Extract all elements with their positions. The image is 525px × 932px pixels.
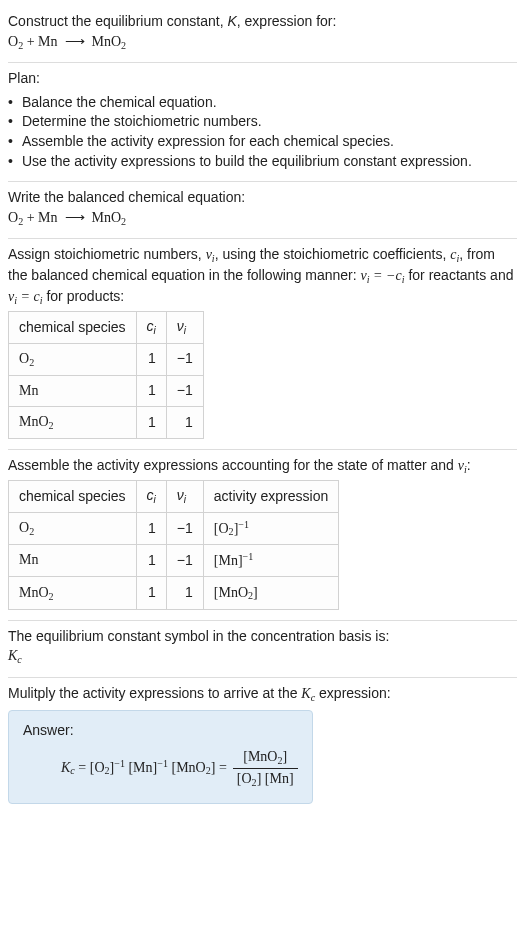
O2-sub: 2	[105, 766, 110, 777]
assign-text: for reactants and	[405, 267, 514, 283]
act-sup: −1	[238, 519, 249, 530]
plan-label: Plan:	[8, 69, 517, 89]
intro-text: Construct the equilibrium constant,	[8, 13, 227, 29]
balanced-block: Write the balanced chemical equation: O2…	[8, 182, 517, 238]
table-row: Mn 1 −1 [Mn]−1	[9, 545, 339, 577]
ci-sub: i	[154, 494, 156, 505]
answer-label: Answer:	[23, 721, 298, 741]
Mn-sup: −1	[157, 758, 168, 769]
col-species: chemical species	[9, 481, 137, 513]
rhs-MnO2-sub: 2	[121, 215, 126, 226]
table-row: MnO2 1 1	[9, 407, 204, 439]
eq-O2: = [O	[75, 760, 105, 775]
K: K	[61, 760, 70, 775]
bullet-icon: •	[8, 132, 22, 152]
act-sup: −1	[243, 551, 254, 562]
lhs-plus-Mn: + Mn	[23, 210, 61, 225]
col-ci: ci	[136, 312, 166, 344]
plan-item-text: Assemble the activity expression for eac…	[22, 132, 394, 152]
den-mid: ] [Mn]	[257, 771, 294, 786]
table-row: O2 1 −1 [O2]−1	[9, 513, 339, 545]
act-pre: [MnO	[214, 585, 248, 600]
rhs-MnO2: MnO	[88, 34, 121, 49]
cell-nui: 1	[166, 407, 203, 439]
cell-species: O2	[9, 513, 137, 545]
kc-symbol: Kc	[8, 646, 517, 667]
rule-products: νi = ci	[8, 289, 43, 304]
K: K	[301, 686, 310, 701]
sp: Mn	[19, 383, 38, 398]
K-sub: c	[17, 654, 21, 665]
sp: Mn	[19, 552, 38, 567]
act-pre: [O	[214, 521, 229, 536]
activity-table: chemical species ci νi activity expressi…	[8, 480, 339, 609]
sp: MnO	[19, 414, 49, 429]
kc-expression: Kc = [O2]−1 [Mn]−1 [MnO2] = [MnO2] [O2] …	[23, 747, 298, 789]
intro-K: K	[227, 13, 236, 29]
cell-activity: [O2]−1	[203, 513, 338, 545]
kc-lhs: Kc = [O2]−1 [Mn]−1 [MnO2] =	[61, 757, 227, 778]
bullet-icon: •	[8, 93, 22, 113]
sp-sub: 2	[49, 590, 54, 601]
Mn: [Mn]	[125, 760, 157, 775]
plan-item: •Assemble the activity expression for ea…	[8, 132, 517, 152]
sp-sub: 2	[49, 420, 54, 431]
cell-nui: −1	[166, 513, 203, 545]
fraction-denominator: [O2] [Mn]	[233, 769, 298, 790]
table-header-row: chemical species ci νi activity expressi…	[9, 481, 339, 513]
ci: c	[147, 487, 154, 503]
answer-box: Answer: Kc = [O2]−1 [Mn]−1 [MnO2] = [MnO…	[8, 710, 313, 804]
col-activity: activity expression	[203, 481, 338, 513]
cell-nui: −1	[166, 375, 203, 407]
kc-fraction: [MnO2] [O2] [Mn]	[233, 747, 298, 789]
plan-block: Plan: •Balance the chemical equation. •D…	[8, 63, 517, 181]
col-species: chemical species	[9, 312, 137, 344]
intro-block: Construct the equilibrium constant, K, e…	[8, 6, 517, 62]
lhs-O2: O	[8, 34, 18, 49]
ci: c	[147, 318, 154, 334]
assign-paragraph: Assign stoichiometric numbers, νi, using…	[8, 245, 517, 307]
kc-inline: Kc	[301, 686, 315, 701]
sp-sub: 2	[29, 356, 34, 367]
cell-ci: 1	[136, 513, 166, 545]
bullet-icon: •	[8, 152, 22, 172]
multiply-text: Mulitply the activity expressions to arr…	[8, 685, 301, 701]
nu-i: νi	[206, 247, 215, 262]
plan-item-text: Determine the stoichiometric numbers.	[22, 112, 262, 132]
result-block: Mulitply the activity expressions to arr…	[8, 678, 517, 814]
plan-item: •Use the activity expressions to build t…	[8, 152, 517, 172]
cell-activity: [MnO2]	[203, 577, 338, 609]
table-row: Mn 1 −1	[9, 375, 204, 407]
rule-reactants: νi = −ci	[361, 268, 405, 283]
num-pre: [MnO	[243, 749, 277, 764]
cell-activity: [Mn]−1	[203, 545, 338, 577]
rhs-MnO2: MnO	[88, 210, 121, 225]
col-ci: ci	[136, 481, 166, 513]
assemble-text: :	[467, 457, 471, 473]
lhs-plus-Mn: + Mn	[23, 34, 61, 49]
intro-text-after: , expression for:	[237, 13, 337, 29]
eq2: ] =	[211, 760, 227, 775]
sp: O	[19, 351, 29, 366]
cell-nui: 1	[166, 577, 203, 609]
balanced-label: Write the balanced chemical equation:	[8, 188, 517, 208]
cell-species: Mn	[9, 375, 137, 407]
c-i: ci	[450, 247, 459, 262]
assign-text: , using the stoichiometric coefficients,	[215, 246, 451, 262]
kc-symbol-block: The equilibrium constant symbol in the c…	[8, 621, 517, 677]
nui-sub: i	[184, 325, 186, 336]
sp: MnO	[19, 585, 49, 600]
nui-sub: i	[184, 494, 186, 505]
cell-species: MnO2	[9, 407, 137, 439]
cell-species: O2	[9, 343, 137, 375]
cell-nui: −1	[166, 545, 203, 577]
multiply-text: expression:	[315, 685, 390, 701]
plan-item: •Balance the chemical equation.	[8, 93, 517, 113]
K: K	[8, 648, 17, 663]
activity-block: Assemble the activity expressions accoun…	[8, 450, 517, 620]
assemble-text: Assemble the activity expressions accoun…	[8, 457, 458, 473]
stoichiometry-table: chemical species ci νi O2 1 −1 Mn 1 −1 M…	[8, 311, 204, 439]
nu-i: νi	[458, 458, 467, 473]
reaction-arrow-icon: ⟶	[61, 208, 88, 228]
col-nui: νi	[166, 312, 203, 344]
